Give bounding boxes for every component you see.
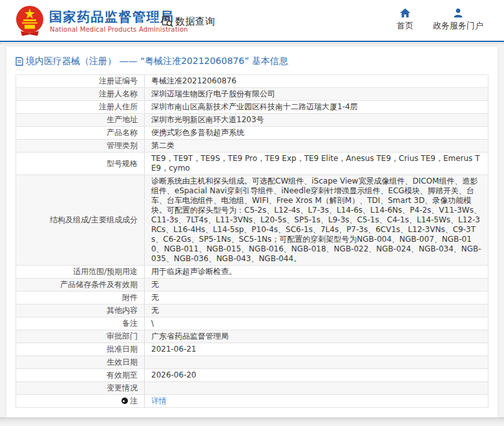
- table-row: 附件无: [16, 292, 488, 304]
- row-value: 深圳市南山区高新技术产业园区科技南十二路迈瑞大厦1-4层: [145, 101, 488, 114]
- footer-band: [0, 418, 504, 426]
- nav-home-label: 首页: [397, 20, 414, 32]
- row-value: 深圳迈瑞生物医疗电子股份有限公司: [145, 88, 488, 101]
- data-query-label: 数据查询: [175, 16, 215, 28]
- table-row: 其他内容无: [16, 304, 488, 317]
- row-value: [145, 356, 488, 369]
- home-icon: [400, 8, 410, 17]
- table-row: 有效期至2026-06-20: [16, 369, 488, 382]
- table-row: 生产地址深圳市光明新区南环大道1203号: [16, 114, 488, 127]
- row-value: 深圳市光明新区南环大道1203号: [145, 114, 488, 127]
- header-rule: [0, 41, 504, 42]
- table-row: 结构及组成/主要组成成分诊断系统由主机和探头组成。可选配CW组件、iScape …: [16, 175, 488, 266]
- content-panel: 境内医疗器械（注册） —— “粤械注准20212060876” 基本信息 注册证…: [6, 47, 498, 418]
- row-label: 管理类别: [16, 140, 145, 153]
- table-row: 管理类别第二类: [16, 140, 488, 153]
- row-label: 注: [16, 395, 145, 408]
- row-label: 注册人名称: [16, 88, 145, 101]
- agency-title: 国家药品监督管理局: [49, 8, 174, 26]
- info-table-body: 注册证编号粤械注准20212060876注册人名称深圳迈瑞生物医疗电子股份有限公…: [16, 75, 488, 408]
- row-value: 无: [145, 292, 488, 304]
- row-label: 注册人住所: [16, 101, 145, 114]
- row-label: 产品名称: [16, 127, 145, 140]
- header-dotted-rule: [0, 43, 504, 44]
- row-value: TE9，TE9T，TE9S，TE9 Pro，TE9 Exp，TE9 Elite，…: [145, 153, 488, 175]
- table-row: 注详情: [16, 395, 488, 408]
- table-row: 产品名称便携式彩色多普勒超声系统: [16, 127, 488, 140]
- table-row: 产品储存条件及有效期无: [16, 279, 488, 292]
- table-row: 注册人名称深圳迈瑞生物医疗电子股份有限公司: [16, 88, 488, 101]
- row-label: 型号规格: [16, 153, 145, 175]
- row-value: 2021-06-21: [145, 343, 488, 356]
- row-value: 广东省药品监督管理局: [145, 330, 488, 343]
- table-row: 批准日期2021-06-21: [16, 343, 488, 356]
- row-value: 无: [145, 304, 488, 317]
- table-row: 备注\: [16, 317, 488, 330]
- note-icon: [121, 398, 128, 404]
- nav-portal-label: 政务服务门户: [433, 20, 483, 32]
- header-divider: [154, 11, 154, 30]
- table-row: 生效日期: [16, 356, 488, 369]
- nav-portal[interactable]: 政务服务门户: [433, 8, 483, 32]
- data-query-icon: [162, 16, 173, 27]
- table-row: 变更情况: [16, 382, 488, 395]
- row-value: 详情: [145, 395, 488, 408]
- row-label: 变更情况: [16, 382, 145, 395]
- row-label: 附件: [16, 292, 145, 304]
- row-label: 审批部门: [16, 330, 145, 343]
- row-value: 第二类: [145, 140, 488, 153]
- row-label: 结构及组成/主要组成成分: [16, 175, 145, 266]
- registration-info-table: 注册证编号粤械注准20212060876注册人名称深圳迈瑞生物医疗电子股份有限公…: [16, 74, 488, 408]
- detail-link[interactable]: 详情: [151, 396, 167, 405]
- row-value: 用于临床超声诊断检查。: [145, 266, 488, 279]
- document-icon: [16, 57, 23, 66]
- page-title-text: 境内医疗器械（注册） —— “粤械注准20212060876” 基本信息: [26, 56, 288, 67]
- row-label: 生效日期: [16, 356, 145, 369]
- nav-home[interactable]: 首页: [397, 8, 414, 32]
- table-row: 注册人住所深圳市南山区高新技术产业园区科技南十二路迈瑞大厦1-4层: [16, 101, 488, 114]
- row-label: 产品储存条件及有效期: [16, 279, 145, 292]
- row-label: 有效期至: [16, 369, 145, 382]
- row-label: 备注: [16, 317, 145, 330]
- row-label: 生产地址: [16, 114, 145, 127]
- row-label: 其他内容: [16, 304, 145, 317]
- row-label: 注册证编号: [16, 75, 145, 88]
- row-value: [145, 382, 488, 395]
- user-icon: [454, 8, 463, 17]
- row-label: 适用范围/预期用途: [16, 266, 145, 279]
- row-label: 批准日期: [16, 343, 145, 356]
- header: 国家药品监督管理局 National Medical Products Admi…: [0, 0, 504, 41]
- table-row: 型号规格TE9，TE9T，TE9S，TE9 Pro，TE9 Exp，TE9 El…: [16, 153, 488, 175]
- table-row: 适用范围/预期用途用于临床超声诊断检查。: [16, 266, 488, 279]
- row-value: 2026-06-20: [145, 369, 488, 382]
- row-value: \: [145, 317, 488, 330]
- top-nav: 首页 政务服务门户: [397, 8, 483, 32]
- row-value: 便携式彩色多普勒超声系统: [145, 127, 488, 140]
- national-emblem-icon: [16, 5, 44, 36]
- data-query-button[interactable]: 数据查询: [162, 15, 215, 28]
- row-value: 无: [145, 279, 488, 292]
- row-value: 粤械注准20212060876: [145, 75, 488, 88]
- page-title: 境内医疗器械（注册） —— “粤械注准20212060876” 基本信息: [6, 47, 498, 74]
- table-row: 注册证编号粤械注准20212060876: [16, 75, 488, 88]
- row-value: 诊断系统由主机和探头组成。可选配CW组件、iScape View宽景成像组件、D…: [145, 175, 488, 266]
- table-row: 审批部门广东省药品监督管理局: [16, 330, 488, 343]
